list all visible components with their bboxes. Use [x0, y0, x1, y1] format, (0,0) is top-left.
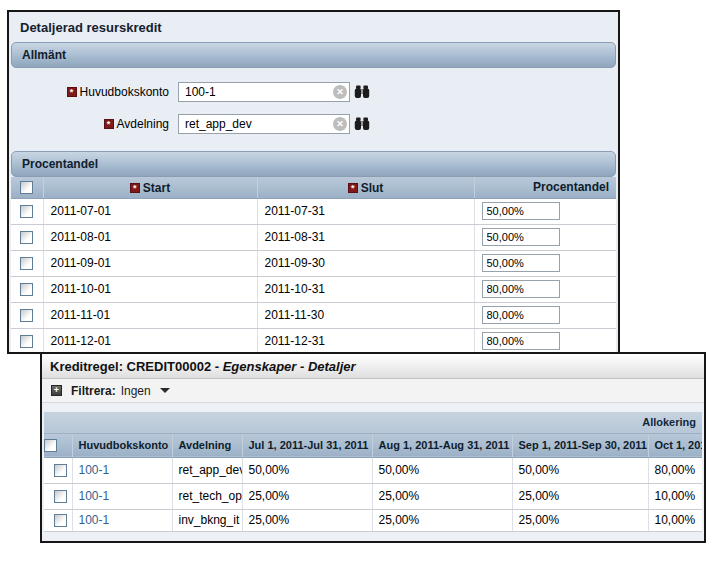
- detail-window: Detaljerad resurskredit Allmänt * Huvudb…: [7, 10, 620, 354]
- table-row: 2011-10-01 2011-10-31: [11, 276, 616, 302]
- lookup-binoculars-icon[interactable]: [354, 85, 370, 99]
- row-checkbox[interactable]: [54, 464, 67, 477]
- row-checkbox[interactable]: [54, 514, 67, 527]
- department-cell: ret_tech_ops: [172, 483, 242, 509]
- department-field-label: * Avdelning: [9, 117, 169, 131]
- column-header-oct: Oct 1, 2011: [648, 433, 702, 457]
- department-cell: ret_app_dev: [172, 457, 242, 483]
- account-link[interactable]: 100-1: [79, 489, 110, 503]
- table-row: 100-1 ret_tech_ops 25,00% 25,00% 25,00% …: [44, 483, 702, 509]
- row-checkbox[interactable]: [54, 490, 67, 503]
- column-header-aug: Aug 1, 2011-Aug 31, 2011: [372, 433, 512, 457]
- end-date-cell: 2011-10-31: [257, 276, 474, 302]
- column-header-start: Start: [143, 181, 170, 195]
- account-link[interactable]: 100-1: [79, 513, 110, 527]
- department-input-wrap: ✕: [178, 114, 350, 134]
- chevron-down-icon[interactable]: [160, 388, 170, 393]
- percent-input[interactable]: [482, 202, 560, 220]
- allocation-table: Allokering Huvudbokskonto Avdelning Jul …: [44, 412, 702, 532]
- lookup-binoculars-icon[interactable]: [354, 117, 370, 131]
- start-date-cell: 2011-09-01: [43, 250, 257, 276]
- table-row: 2011-09-01 2011-09-30: [11, 250, 616, 276]
- row-checkbox[interactable]: [20, 231, 33, 244]
- percent-input[interactable]: [482, 332, 560, 350]
- account-link[interactable]: 100-1: [79, 463, 110, 477]
- section-header-percentage: Procentandel: [11, 151, 616, 177]
- start-date-cell: 2011-12-01: [43, 328, 257, 354]
- aug-cell: 50,00%: [372, 457, 512, 483]
- table-row: 100-1 ret_app_dev 50,00% 50,00% 50,00% 8…: [44, 457, 702, 483]
- column-header-percent: Procentandel: [474, 177, 616, 198]
- column-header-slut: Slut: [361, 181, 384, 195]
- percentage-table-header-row: *Start *Slut Procentandel: [11, 177, 616, 198]
- start-date-cell: 2011-11-01: [43, 302, 257, 328]
- account-label-text: Huvudbokskonto: [80, 85, 169, 99]
- start-date-cell: 2011-10-01: [43, 276, 257, 302]
- percent-input[interactable]: [482, 280, 560, 298]
- percent-input[interactable]: [482, 254, 560, 272]
- row-checkbox[interactable]: [20, 205, 33, 218]
- required-icon: *: [348, 183, 358, 193]
- required-icon: *: [104, 119, 114, 129]
- title-italic: Egenskaper - Detaljer: [223, 359, 356, 374]
- sep-cell: 50,00%: [512, 457, 648, 483]
- group-header-row: Allokering: [44, 412, 702, 433]
- percentage-table: *Start *Slut Procentandel 2011-07-01 201…: [11, 177, 616, 354]
- credit-rule-window: Kreditregel: CREDIT00002 - Egenskaper - …: [40, 352, 706, 543]
- filter-value[interactable]: Ingen: [121, 384, 151, 398]
- account-input[interactable]: [178, 82, 350, 102]
- jul-cell: 50,00%: [242, 457, 372, 483]
- start-date-cell: 2011-08-01: [43, 224, 257, 250]
- row-checkbox[interactable]: [20, 309, 33, 322]
- end-date-cell: 2011-11-30: [257, 302, 474, 328]
- column-header-sep: Sep 1, 2011-Sep 30, 2011: [512, 433, 648, 457]
- required-icon: *: [67, 87, 77, 97]
- row-checkbox[interactable]: [20, 335, 33, 348]
- clear-icon[interactable]: ✕: [333, 85, 347, 99]
- select-all-checkbox[interactable]: [44, 439, 57, 452]
- column-header-jul: Jul 1, 2011-Jul 31, 2011: [242, 433, 372, 457]
- department-cell: inv_bkng_it: [172, 509, 242, 531]
- field-row-account: * Huvudbokskonto ✕: [9, 79, 618, 104]
- field-row-department: * Avdelning ✕: [9, 111, 618, 136]
- row-checkbox[interactable]: [20, 283, 33, 296]
- department-lookup: ✕: [178, 114, 370, 134]
- oct-cell: 10,00%: [648, 483, 702, 509]
- aug-cell: 25,00%: [372, 483, 512, 509]
- start-date-cell: 2011-07-01: [43, 198, 257, 224]
- table-row: 2011-12-01 2011-12-31: [11, 328, 616, 354]
- expand-filter-icon[interactable]: +: [51, 385, 62, 396]
- account-input-wrap: ✕: [178, 82, 350, 102]
- end-date-cell: 2011-08-31: [257, 224, 474, 250]
- oct-cell: 10,00%: [648, 509, 702, 531]
- clear-icon[interactable]: ✕: [333, 117, 347, 131]
- sep-cell: 25,00%: [512, 509, 648, 531]
- spacer: [42, 403, 704, 412]
- general-form: * Huvudbokskonto ✕: [9, 68, 618, 151]
- jul-cell: 25,00%: [242, 509, 372, 531]
- row-checkbox[interactable]: [20, 257, 33, 270]
- group-header-allocation: Allokering: [242, 412, 702, 433]
- column-header-department: Avdelning: [172, 433, 242, 457]
- column-header-account: Huvudbokskonto: [72, 433, 172, 457]
- account-field-label: * Huvudbokskonto: [9, 85, 169, 99]
- filter-label: Filtrera:: [71, 384, 116, 398]
- group-header-empty: [44, 412, 242, 433]
- percent-input[interactable]: [482, 306, 560, 324]
- percent-input[interactable]: [482, 228, 560, 246]
- allocation-header-row: Huvudbokskonto Avdelning Jul 1, 2011-Jul…: [44, 433, 702, 457]
- table-row: 2011-08-01 2011-08-31: [11, 224, 616, 250]
- department-label-text: Avdelning: [117, 117, 170, 131]
- oct-cell: 80,00%: [648, 457, 702, 483]
- table-row: 2011-11-01 2011-11-30: [11, 302, 616, 328]
- end-date-cell: 2011-07-31: [257, 198, 474, 224]
- aug-cell: 25,00%: [372, 509, 512, 531]
- end-date-cell: 2011-09-30: [257, 250, 474, 276]
- filter-bar: + Filtrera: Ingen: [42, 379, 704, 403]
- sep-cell: 25,00%: [512, 483, 648, 509]
- select-all-checkbox[interactable]: [20, 181, 33, 194]
- department-input[interactable]: [178, 114, 350, 134]
- table-row: 100-1 inv_bkng_it 25,00% 25,00% 25,00% 1…: [44, 509, 702, 531]
- window-title: Kreditregel: CREDIT00002 - Egenskaper - …: [42, 354, 704, 379]
- required-icon: *: [130, 183, 140, 193]
